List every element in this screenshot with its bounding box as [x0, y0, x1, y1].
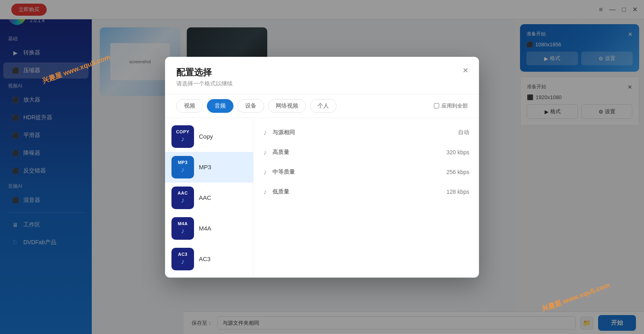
modal-tabs: 视频 音频 设备 网络视频 个人 应用到全部 — [165, 94, 479, 118]
quality-music-icon-3: ♪ — [263, 188, 267, 196]
quality-name-0: 与源相同 — [272, 129, 452, 136]
config-modal: 配置选择 请选择一个格式以继续 ✕ 视频 音频 设备 网络视频 个人 应用到全部 — [165, 57, 479, 278]
apply-all-checkbox[interactable] — [434, 103, 439, 108]
quality-list: ♪ 与源相同 自动 ♪ 高质量 320 kbps ♪ 中等质量 256 kbps — [254, 118, 479, 278]
format-badge-ac3: AC3 ♪ — [171, 248, 194, 270]
modal-body: COPY ♪ Copy MP3 ♪ MP3 AAC — [165, 118, 479, 278]
quality-music-icon-2: ♪ — [263, 168, 267, 176]
format-name-copy: Copy — [199, 133, 213, 140]
tab-video[interactable]: 视频 — [176, 99, 203, 113]
quality-bitrate-0: 自动 — [458, 129, 469, 136]
quality-bitrate-2: 256 kbps — [446, 169, 469, 175]
format-item-copy[interactable]: COPY ♪ Copy — [165, 121, 253, 152]
tab-audio[interactable]: 音频 — [207, 99, 233, 113]
format-item-ac3[interactable]: AC3 ♪ AC3 — [165, 244, 253, 274]
modal-title: 配置选择 — [176, 66, 468, 79]
quality-item-low[interactable]: ♪ 低质量 128 kbps — [254, 182, 479, 202]
apply-all-label: 应用到全部 — [442, 102, 468, 110]
tab-personal[interactable]: 个人 — [310, 99, 336, 113]
format-list: COPY ♪ Copy MP3 ♪ MP3 AAC — [165, 118, 254, 278]
quality-music-icon-1: ♪ — [263, 148, 267, 157]
format-badge-aac: AAC ♪ — [171, 187, 194, 209]
modal-overlay: 配置选择 请选择一个格式以继续 ✕ 视频 音频 设备 网络视频 个人 应用到全部 — [0, 0, 644, 334]
format-item-aac[interactable]: AAC ♪ AAC — [165, 183, 253, 213]
quality-name-3: 低质量 — [272, 188, 441, 195]
quality-name-2: 中等质量 — [272, 168, 441, 176]
format-item-m4a[interactable]: M4A ♪ M4A — [165, 213, 253, 244]
quality-item-medium[interactable]: ♪ 中等质量 256 kbps — [254, 162, 479, 182]
format-item-mp3[interactable]: MP3 ♪ MP3 — [165, 152, 253, 183]
modal-close-button[interactable]: ✕ — [460, 65, 471, 76]
tab-device[interactable]: 设备 — [237, 99, 264, 113]
format-badge-copy: COPY ♪ — [171, 125, 194, 148]
quality-music-icon-0: ♪ — [263, 129, 267, 137]
format-badge-mp3: MP3 ♪ — [171, 156, 194, 178]
quality-item-high[interactable]: ♪ 高质量 320 kbps — [254, 143, 479, 162]
format-name-m4a: M4A — [199, 225, 211, 232]
modal-subtitle: 请选择一个格式以继续 — [176, 80, 468, 87]
format-name-aac: AAC — [199, 194, 211, 201]
tab-web-video[interactable]: 网络视频 — [268, 99, 306, 113]
modal-header: 配置选择 请选择一个格式以继续 ✕ — [165, 57, 479, 94]
quality-bitrate-3: 128 kbps — [446, 189, 469, 195]
format-name-ac3: AC3 — [199, 255, 211, 262]
quality-bitrate-1: 320 kbps — [446, 149, 469, 156]
quality-item-same-as-source[interactable]: ♪ 与源相同 自动 — [254, 123, 479, 143]
format-name-mp3: MP3 — [199, 164, 211, 170]
quality-name-1: 高质量 — [272, 149, 441, 156]
apply-all-container: 应用到全部 — [434, 102, 468, 110]
format-badge-m4a: M4A ♪ — [171, 217, 194, 240]
